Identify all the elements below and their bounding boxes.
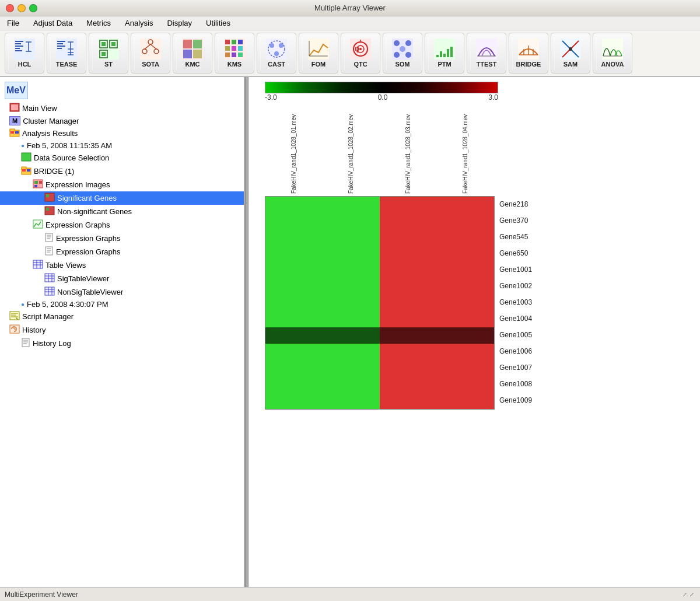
heatmap-cell-2-2 <box>380 229 437 246</box>
toolbar-hcl[interactable]: HCL <box>5 33 44 74</box>
kms-icon <box>224 39 245 60</box>
svg-line-28 <box>150 44 156 49</box>
script-manager-label: Script Manager <box>22 312 74 321</box>
menu-display[interactable]: Display <box>164 18 194 29</box>
svg-rect-75 <box>11 104 18 110</box>
svg-point-25 <box>142 49 147 54</box>
maximize-button[interactable] <box>29 4 37 12</box>
col-label-3: FakeHIV_rand1_1028_04.mev <box>436 106 494 194</box>
toolbar-kms[interactable]: KMS <box>215 33 254 74</box>
expression-images-label: Expression Images <box>46 180 110 189</box>
col-label-2: FakeHIV_rand1_1028_03.mev <box>379 106 436 194</box>
tree-item-history-log[interactable]: History Log <box>0 337 244 350</box>
minimize-button[interactable] <box>18 4 26 12</box>
fom-label: FOM <box>312 61 326 68</box>
tree-item-bridge1[interactable]: BRIDGE (1) <box>0 165 244 178</box>
svg-rect-62 <box>450 47 453 57</box>
heatmap-cell-3-1 <box>323 246 380 262</box>
status-bar: MultiExperiment Viewer ⟋⟋ <box>0 587 700 601</box>
menu-adjust-data[interactable]: Adjust Data <box>31 18 75 29</box>
history-log-label: History Log <box>33 339 71 348</box>
dot-bullet-2: ● <box>21 301 24 308</box>
tree-item-feb5-1[interactable]: ● Feb 5, 2008 11:15:35 AM <box>0 140 244 151</box>
heatmap-cell-1-2 <box>380 213 437 229</box>
toolbar-cast[interactable]: CAST <box>257 33 296 74</box>
toolbar-st[interactable]: ST <box>89 33 128 74</box>
row-label-8: Gene1005 <box>499 327 532 343</box>
menu-file[interactable]: File <box>5 18 22 29</box>
svg-rect-0 <box>15 41 23 42</box>
toolbar-ttest[interactable]: TTEST <box>467 33 506 74</box>
tree-item-main-view[interactable]: Main View <box>0 102 244 115</box>
heatmap-cell-12-0 <box>265 393 323 409</box>
heatmap-cell-8-2 <box>380 327 437 344</box>
col-label-1: FakeHIV_rand1_1028_02.mev <box>322 106 379 194</box>
tree-item-table-views[interactable]: Table Views <box>0 258 244 272</box>
expression-graphs-parent-label: Expression Graphs <box>46 221 110 229</box>
svg-rect-38 <box>238 46 243 51</box>
sam-label: SAM <box>564 61 578 68</box>
svg-rect-3 <box>15 48 20 49</box>
history-label: History <box>22 326 46 334</box>
toolbar-som[interactable]: SOM <box>383 33 422 74</box>
toolbar-fom[interactable]: FOM <box>299 33 338 74</box>
heatmap-cell-0-0 <box>265 197 323 213</box>
toolbar-anova[interactable]: ANOVA <box>593 33 632 74</box>
left-panel: MeV Main View M Cluster Manager Analysis… <box>0 77 245 587</box>
tree-item-expression-images[interactable]: Expression Images <box>0 178 244 191</box>
heatmap-cell-2-1 <box>323 229 380 246</box>
close-button[interactable] <box>6 4 14 12</box>
svg-rect-80 <box>22 153 31 161</box>
tree-item-significant-genes[interactable]: Significant Genes <box>0 191 244 205</box>
svg-rect-86 <box>34 181 38 184</box>
row-label-2: Gene545 <box>499 229 532 245</box>
tree-item-script-manager[interactable]: Script Manager <box>0 310 244 323</box>
svg-point-26 <box>154 49 159 54</box>
toolbar-sota[interactable]: SOTA <box>131 33 170 74</box>
heatmap-cell-5-1 <box>323 278 380 295</box>
svg-rect-59 <box>440 51 442 57</box>
significant-genes-label: Significant Genes <box>57 194 117 202</box>
tease-icon <box>56 39 77 60</box>
tree-item-cluster-manager[interactable]: M Cluster Manager <box>0 115 244 127</box>
window-controls[interactable] <box>6 4 37 12</box>
resize-handle[interactable]: ⟋⟋ <box>681 590 695 599</box>
heatmap-cell-11-3 <box>437 376 494 393</box>
heatmap-cell-0-1 <box>323 197 380 213</box>
menu-analysis[interactable]: Analysis <box>123 18 155 29</box>
tree-item-analysis-results[interactable]: Analysis Results <box>0 127 244 140</box>
menu-metrics[interactable]: Metrics <box>84 18 113 29</box>
svg-rect-84 <box>27 169 30 172</box>
tree-item-non-significant-genes[interactable]: Non-significant Genes <box>0 205 244 218</box>
tree-item-data-source[interactable]: Data Source Selection <box>0 151 244 165</box>
row-label-4: Gene1001 <box>499 261 532 278</box>
anova-icon <box>602 39 623 60</box>
tree-item-expression-graphs1[interactable]: Expression Graphs <box>0 232 244 245</box>
svg-rect-1 <box>15 43 21 44</box>
toolbar-tease[interactable]: TEASE <box>47 33 86 74</box>
toolbar-kmc[interactable]: KMC <box>173 33 212 74</box>
heatmap-cell-5-0 <box>265 278 323 295</box>
cast-label: CAST <box>268 61 285 68</box>
heatmap-cell-8-3 <box>437 327 494 344</box>
toolbar-qtc[interactable]: Q QTC <box>341 33 380 74</box>
tree-item-expression-graphs-parent[interactable]: Expression Graphs <box>0 218 244 232</box>
tree-item-expression-graphs2[interactable]: Expression Graphs <box>0 245 244 258</box>
toolbar-sam[interactable]: SAM <box>551 33 590 74</box>
toolbar: HCL TEASE <box>0 30 700 77</box>
color-bar-container: -3.0 0.0 3.0 <box>265 82 498 102</box>
tree-item-sig-table[interactable]: SigTableViewer <box>0 272 244 285</box>
tree-item-nonsig-table[interactable]: NonSigTableViewer <box>0 285 244 299</box>
toolbar-bridge[interactable]: BRIDGE <box>509 33 548 74</box>
svg-point-55 <box>394 52 400 58</box>
tree-item-history[interactable]: History <box>0 323 244 337</box>
toolbar-ptm[interactable]: PTM <box>425 33 464 74</box>
heatmap-cell-12-3 <box>437 393 494 409</box>
tease-label: TEASE <box>56 61 78 68</box>
svg-rect-58 <box>436 55 439 57</box>
heatmap-cell-7-3 <box>437 311 494 327</box>
heatmap-cell-6-1 <box>323 295 380 311</box>
menu-utilities[interactable]: Utilities <box>204 18 233 29</box>
tree-item-feb5-2[interactable]: ● Feb 5, 2008 4:30:07 PM <box>0 299 244 310</box>
svg-rect-33 <box>225 40 230 44</box>
